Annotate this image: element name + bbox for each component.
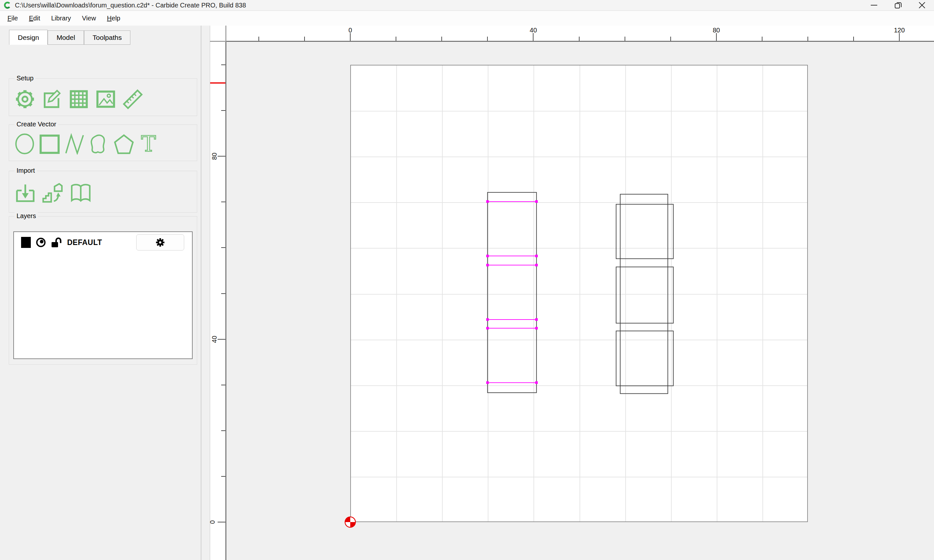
- design-vectors-layer: [201, 26, 934, 560]
- setup-group-label: Setup: [15, 75, 35, 82]
- background-image-button[interactable]: [95, 88, 116, 110]
- create-vector-group-label: Create Vector: [15, 120, 58, 128]
- trace-image-button[interactable]: [42, 182, 64, 203]
- menu-help[interactable]: Help: [102, 12, 126, 24]
- layers-group: Layers: [9, 216, 197, 365]
- node-marker[interactable]: [535, 264, 538, 266]
- tab-design[interactable]: Design: [9, 30, 48, 45]
- circle-icon: [14, 133, 35, 155]
- node-marker[interactable]: [535, 200, 538, 203]
- layer-name: DEFAULT: [67, 238, 102, 247]
- layer-row-default[interactable]: DEFAULT: [14, 232, 192, 253]
- main-area: Design Model Toolpaths Setup: [0, 26, 934, 560]
- grid-settings-button[interactable]: [68, 88, 89, 110]
- measure-button[interactable]: [122, 88, 143, 110]
- image-icon: [95, 88, 116, 110]
- window-title: C:\Users\willa\Downloads\forum_question.…: [15, 2, 246, 9]
- sidebar: Design Model Toolpaths Setup: [0, 26, 201, 560]
- layer-lock-toggle[interactable]: [51, 237, 62, 248]
- unlock-icon: [51, 237, 62, 248]
- design-canvas[interactable]: 04080120 04080: [201, 26, 934, 560]
- menu-bar: File Edit Library View Help: [0, 11, 934, 26]
- node-marker[interactable]: [486, 255, 489, 257]
- node-marker[interactable]: [535, 382, 538, 384]
- circle-tool-button[interactable]: [14, 133, 35, 155]
- node-marker[interactable]: [535, 318, 538, 321]
- import-group: Import: [9, 171, 197, 212]
- pocket-square[interactable]: [616, 267, 673, 323]
- design-library-button[interactable]: [69, 182, 92, 203]
- layer-visibility-toggle[interactable]: [35, 237, 46, 248]
- right-outer-rect[interactable]: [620, 194, 668, 394]
- node-marker[interactable]: [486, 264, 489, 266]
- window-controls: [862, 0, 934, 10]
- import-box-arrow-icon: [14, 182, 36, 203]
- node-marker[interactable]: [486, 382, 489, 384]
- curve-tool-button[interactable]: [89, 133, 109, 155]
- title-bar: C:\Users\willa\Downloads\forum_question.…: [0, 0, 934, 11]
- gear-icon: [14, 88, 35, 110]
- rectangle-icon: [39, 133, 60, 155]
- svg-text:T: T: [141, 133, 156, 155]
- gear-icon: [155, 237, 165, 248]
- layers-panel: DEFAULT: [13, 231, 193, 359]
- menu-library[interactable]: Library: [46, 12, 77, 24]
- edit-pencil-icon: [41, 88, 63, 110]
- eye-icon: [35, 237, 46, 248]
- menu-file[interactable]: File: [2, 12, 23, 24]
- menu-view[interactable]: View: [77, 12, 102, 24]
- create-vector-group: Create Vector: [9, 125, 197, 161]
- pocket-square[interactable]: [616, 204, 673, 258]
- import-group-label: Import: [15, 167, 37, 174]
- book-icon: [69, 182, 92, 203]
- tab-toolpaths[interactable]: Toolpaths: [84, 31, 131, 45]
- text-T-icon: T: [138, 133, 159, 155]
- blob-curve-icon: [89, 133, 109, 155]
- node-marker[interactable]: [535, 327, 538, 329]
- setup-group: Setup: [9, 78, 197, 116]
- polygon-icon: [114, 133, 134, 155]
- polyline-icon: [64, 133, 85, 155]
- restore-button[interactable]: [886, 0, 910, 10]
- layer-settings-button[interactable]: [136, 234, 184, 251]
- close-button[interactable]: [910, 0, 934, 10]
- trace-stairs-arrow-icon: [42, 182, 64, 203]
- rectangle-tool-button[interactable]: [39, 133, 60, 155]
- node-marker[interactable]: [486, 318, 489, 321]
- minimize-button[interactable]: [862, 0, 886, 10]
- import-file-button[interactable]: [14, 182, 36, 203]
- node-marker[interactable]: [486, 200, 489, 203]
- text-tool-button[interactable]: T: [138, 133, 159, 155]
- carbide-create-logo-icon: [4, 2, 11, 9]
- grid-icon: [68, 88, 89, 110]
- left-outer-rect[interactable]: [487, 192, 536, 393]
- layer-color-swatch[interactable]: [21, 237, 31, 248]
- job-setup-button[interactable]: [14, 88, 35, 110]
- pocket-square[interactable]: [616, 331, 673, 386]
- tab-model[interactable]: Model: [48, 31, 84, 45]
- ruler-icon: [122, 88, 143, 110]
- polygon-tool-button[interactable]: [114, 133, 134, 155]
- polyline-tool-button[interactable]: [64, 133, 85, 155]
- edit-stock-button[interactable]: [41, 88, 63, 110]
- layers-group-label: Layers: [15, 212, 38, 220]
- sidebar-tabs: Design Model Toolpaths: [9, 30, 130, 45]
- node-marker[interactable]: [535, 255, 538, 257]
- menu-edit[interactable]: Edit: [23, 12, 45, 24]
- node-marker[interactable]: [486, 327, 489, 329]
